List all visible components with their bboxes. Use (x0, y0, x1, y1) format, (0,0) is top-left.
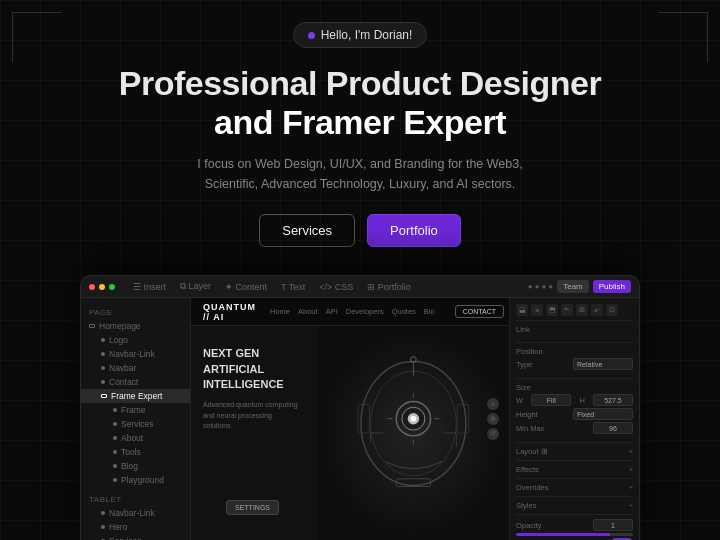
sidebar-tablet-hero[interactable]: Hero (81, 520, 190, 534)
settings-tag[interactable]: SETTINGS (226, 500, 279, 515)
sidebar-item-logo[interactable]: Logo (81, 333, 190, 347)
quantum-contact-button[interactable]: CONTACT (455, 305, 504, 318)
width-input[interactable]: Fill (531, 394, 571, 406)
sidebar-section-page: Page (81, 304, 190, 319)
tool-icon[interactable]: + (487, 398, 499, 410)
height-input[interactable]: 527.5 (593, 394, 633, 406)
sidebar-item-playground[interactable]: Playground (81, 473, 190, 487)
layer-icon (113, 478, 117, 482)
sidebar-item-tools[interactable]: Tools (81, 445, 190, 459)
layer-icon (113, 436, 117, 440)
hero-subtitle: I focus on Web Design, UI/UX, and Brandi… (175, 154, 545, 194)
panel-type-row: Type Relative (516, 358, 633, 370)
portfolio-button[interactable]: Portfolio (367, 214, 461, 247)
preview-button[interactable]: Publish (593, 280, 631, 293)
hero-section: Hello, I'm Dorian! Professional Product … (0, 0, 720, 275)
effects-label: Effects (516, 465, 539, 474)
tool-icon-3[interactable]: ↺ (487, 428, 499, 440)
size-header-row: Size (516, 383, 633, 392)
sidebar-item-frame[interactable]: Frame (81, 403, 190, 417)
svg-rect-12 (457, 404, 468, 433)
svg-point-5 (411, 416, 417, 422)
sidebar-tablet-services[interactable]: Services (81, 534, 190, 540)
tab-portfolio[interactable]: ⊞ Portfolio (361, 280, 417, 294)
sidebar-item-about[interactable]: About (81, 431, 190, 445)
minmax-row: Min Max 96 (516, 422, 633, 434)
panel-link-row: Link (516, 325, 633, 334)
nav-developers: Developers (346, 307, 384, 316)
effects-expand-icon[interactable]: + (629, 466, 633, 473)
minmax-input[interactable]: 96 (593, 422, 633, 434)
app-topbar: ☰ Insert ⧉ Layer ✦ Content T Text </> CS… (81, 276, 639, 298)
panel-section-position: Position Type Relative (516, 347, 633, 370)
tab-text[interactable]: T Text (275, 280, 311, 294)
opacity-input[interactable]: 1 (593, 519, 633, 531)
overrides-label: Overrides (516, 483, 549, 492)
quantum-nav-links: Home About API Developers Quotes Bio (270, 307, 435, 316)
panel-section-link: Link (516, 325, 633, 334)
link-label: Link (516, 325, 530, 334)
quantum-navbar: QUANTUM // AI Home About API Developers … (191, 298, 509, 326)
sidebar-item-navbar[interactable]: Navbar (81, 361, 190, 375)
svg-rect-11 (358, 404, 369, 433)
layout-row: Layout ⊞ + (516, 447, 633, 456)
sidebar-item-navbar-link[interactable]: Navbar-Link (81, 347, 190, 361)
tab-content[interactable]: ✦ Content (219, 280, 273, 294)
align-left-icon[interactable]: ⬓ (516, 304, 528, 316)
app-topbar-right: ● ● ● ● Team Publish (528, 280, 631, 293)
styles-expand-icon[interactable]: + (629, 502, 633, 509)
align-right-icon[interactable]: ⬒ (546, 304, 558, 316)
tab-insert[interactable]: ☰ Insert (127, 280, 172, 294)
align-center-icon[interactable]: ≡ (531, 304, 543, 316)
sidebar-item-blog[interactable]: Blog (81, 459, 190, 473)
layer-icon (101, 380, 105, 384)
overrides-expand-icon[interactable]: + (629, 484, 633, 491)
sidebar-item-contact[interactable]: Contact (81, 375, 190, 389)
layer-icon (101, 352, 105, 356)
panel-divider-6 (516, 478, 633, 479)
sidebar-item-services[interactable]: Services (81, 417, 190, 431)
sidebar-section-tablet: Tablet (81, 491, 190, 506)
height-mode-select[interactable]: Fixed (573, 408, 633, 420)
main-heading: Professional Product Designer and Framer… (119, 64, 601, 142)
align-middle-icon[interactable]: ⊞ (576, 304, 588, 316)
distribute-icon[interactable]: ⊡ (606, 304, 618, 316)
panel-divider-2 (516, 342, 633, 343)
canvas-text-area: NEXT GENARTIFICIALINTELLIGENCE Advanced … (203, 346, 330, 432)
styles-row: Styles + (516, 501, 633, 510)
ai-head-visual (318, 326, 509, 540)
layer-icon (101, 511, 105, 515)
nav-about: About (298, 307, 318, 316)
app-screenshot: ☰ Insert ⧉ Layer ✦ Content T Text </> CS… (80, 275, 640, 540)
position-type-select[interactable]: Relative (573, 358, 633, 370)
window-minimize-dot (99, 284, 105, 290)
badge-text: Hello, I'm Dorian! (321, 28, 413, 42)
height-mode-label: Height (516, 410, 538, 419)
tab-css[interactable]: </> CSS (313, 280, 359, 294)
sidebar-tablet-navbarlink[interactable]: Navbar-Link (81, 506, 190, 520)
type-label: Type (516, 360, 532, 369)
frame-icon (101, 394, 107, 398)
align-bottom-icon[interactable]: ⬐ (591, 304, 603, 316)
layout-label: Layout ⊞ (516, 447, 548, 456)
services-button[interactable]: Services (259, 214, 355, 247)
layout-expand-icon[interactable]: + (629, 448, 633, 455)
tab-layer[interactable]: ⧉ Layer (174, 279, 217, 294)
panel-right: ⬓ ≡ ⬒ ⬑ ⊞ ⬐ ⊡ Link Positi (509, 298, 639, 540)
sidebar-item-homepage[interactable]: Homepage (81, 319, 190, 333)
hello-badge: Hello, I'm Dorian! (293, 22, 428, 48)
sidebar-item-frame-expert[interactable]: Frame Expert (81, 389, 190, 403)
opacity-slider-row (516, 533, 633, 536)
opacity-slider[interactable] (516, 533, 633, 536)
publish-button[interactable]: Team (557, 280, 589, 293)
canvas-hero-area: NEXT GENARTIFICIALINTELLIGENCE Advanced … (191, 326, 509, 540)
height-label: H (579, 396, 584, 405)
nav-bio: Bio (424, 307, 435, 316)
tool-icon-2[interactable]: ⊕ (487, 413, 499, 425)
panel-divider-4 (516, 442, 633, 443)
app-tabs: ☰ Insert ⧉ Layer ✦ Content T Text </> CS… (127, 279, 417, 294)
heading-line2: and Framer Expert (214, 103, 506, 141)
align-top-icon[interactable]: ⬑ (561, 304, 573, 316)
minmax-label: Min Max (516, 424, 544, 433)
window-maximize-dot (109, 284, 115, 290)
